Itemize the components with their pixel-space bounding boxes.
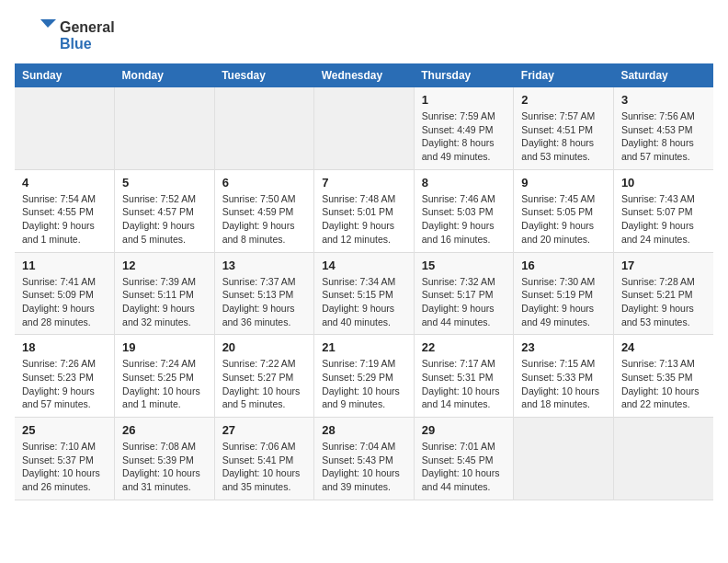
calendar-cell: 11Sunrise: 7:41 AMSunset: 5:09 PMDayligh…: [15, 252, 115, 335]
day-info: Sunrise: 7:50 AMSunset: 4:59 PMDaylight:…: [222, 192, 307, 247]
calendar-cell: 5Sunrise: 7:52 AMSunset: 4:57 PMDaylight…: [115, 169, 215, 252]
day-info: Sunrise: 7:45 AMSunset: 5:05 PMDaylight:…: [521, 192, 606, 247]
day-info: Sunrise: 7:04 AMSunset: 5:43 PMDaylight:…: [322, 440, 406, 494]
calendar-cell: 15Sunrise: 7:32 AMSunset: 5:17 PMDayligh…: [414, 252, 514, 335]
day-info: Sunrise: 7:30 AMSunset: 5:19 PMDaylight:…: [521, 275, 606, 329]
logo: GeneralBlue: [15, 15, 115, 56]
calendar-cell: 12Sunrise: 7:39 AMSunset: 5:11 PMDayligh…: [115, 252, 215, 335]
day-number: 9: [521, 176, 606, 190]
calendar-cell: 9Sunrise: 7:45 AMSunset: 5:05 PMDaylight…: [514, 169, 614, 252]
day-info: Sunrise: 7:52 AMSunset: 4:57 PMDaylight:…: [122, 192, 207, 247]
calendar-cell: 8Sunrise: 7:46 AMSunset: 5:03 PMDaylight…: [414, 169, 514, 252]
day-info: Sunrise: 7:19 AMSunset: 5:29 PMDaylight:…: [322, 357, 406, 411]
day-number: 26: [122, 423, 207, 437]
day-info: Sunrise: 7:28 AMSunset: 5:21 PMDaylight:…: [621, 275, 706, 329]
day-info: Sunrise: 7:01 AMSunset: 5:45 PMDaylight:…: [422, 440, 506, 494]
calendar-cell: [314, 87, 415, 169]
day-info: Sunrise: 7:26 AMSunset: 5:23 PMDaylight:…: [22, 357, 107, 411]
day-number: 11: [22, 259, 107, 272]
calendar-cell: 1Sunrise: 7:59 AMSunset: 4:49 PMDaylight…: [414, 87, 514, 169]
calendar-cell: 21Sunrise: 7:19 AMSunset: 5:29 PMDayligh…: [314, 335, 415, 418]
day-info: Sunrise: 7:13 AMSunset: 5:35 PMDaylight:…: [621, 357, 706, 411]
day-info: Sunrise: 7:34 AMSunset: 5:15 PMDaylight:…: [322, 275, 406, 329]
svg-marker-0: [40, 19, 56, 28]
day-info: Sunrise: 7:54 AMSunset: 4:55 PMDaylight:…: [22, 192, 107, 247]
day-info: Sunrise: 7:41 AMSunset: 5:09 PMDaylight:…: [22, 275, 107, 329]
day-number: 10: [621, 176, 706, 190]
day-number: 21: [322, 340, 406, 354]
day-info: Sunrise: 7:57 AMSunset: 4:51 PMDaylight:…: [521, 109, 606, 164]
calendar-cell: 10Sunrise: 7:43 AMSunset: 5:07 PMDayligh…: [613, 169, 713, 252]
day-number: 8: [422, 176, 506, 190]
calendar-cell: 22Sunrise: 7:17 AMSunset: 5:31 PMDayligh…: [414, 335, 514, 418]
calendar-cell: 27Sunrise: 7:06 AMSunset: 5:41 PMDayligh…: [214, 418, 314, 500]
day-number: 22: [422, 340, 506, 354]
header-wednesday: Wednesday: [314, 63, 415, 87]
day-number: 29: [422, 423, 506, 437]
header-sunday: Sunday: [15, 63, 115, 87]
day-number: 20: [222, 340, 307, 354]
day-info: Sunrise: 7:37 AMSunset: 5:13 PMDaylight:…: [222, 275, 307, 329]
calendar-header-row: SundayMondayTuesdayWednesdayThursdayFrid…: [15, 63, 713, 87]
day-number: 3: [621, 93, 706, 107]
calendar-table: SundayMondayTuesdayWednesdayThursdayFrid…: [15, 63, 713, 500]
day-number: 18: [22, 340, 107, 354]
day-info: Sunrise: 7:17 AMSunset: 5:31 PMDaylight:…: [422, 357, 506, 411]
calendar-cell: [214, 87, 314, 169]
day-number: 19: [122, 340, 207, 354]
day-info: Sunrise: 7:22 AMSunset: 5:27 PMDaylight:…: [222, 357, 307, 411]
header-thursday: Thursday: [414, 63, 514, 87]
day-number: 7: [322, 176, 406, 190]
calendar-cell: 20Sunrise: 7:22 AMSunset: 5:27 PMDayligh…: [214, 335, 314, 418]
day-number: 17: [621, 259, 706, 272]
calendar-cell: 28Sunrise: 7:04 AMSunset: 5:43 PMDayligh…: [314, 418, 415, 500]
calendar-cell: [15, 87, 115, 169]
header-monday: Monday: [115, 63, 215, 87]
day-info: Sunrise: 7:59 AMSunset: 4:49 PMDaylight:…: [422, 109, 506, 164]
day-number: 1: [422, 93, 506, 107]
header-friday: Friday: [514, 63, 614, 87]
day-info: Sunrise: 7:46 AMSunset: 5:03 PMDaylight:…: [422, 192, 506, 247]
calendar-cell: 14Sunrise: 7:34 AMSunset: 5:15 PMDayligh…: [314, 252, 415, 335]
calendar-cell: 18Sunrise: 7:26 AMSunset: 5:23 PMDayligh…: [15, 335, 115, 418]
day-number: 12: [122, 259, 207, 272]
day-number: 13: [222, 259, 307, 272]
calendar-cell: [613, 418, 713, 500]
calendar-week-2: 11Sunrise: 7:41 AMSunset: 5:09 PMDayligh…: [15, 252, 713, 335]
day-info: Sunrise: 7:06 AMSunset: 5:41 PMDaylight:…: [222, 440, 307, 494]
calendar-week-0: 1Sunrise: 7:59 AMSunset: 4:49 PMDaylight…: [15, 87, 713, 169]
calendar-cell: 29Sunrise: 7:01 AMSunset: 5:45 PMDayligh…: [414, 418, 514, 500]
day-number: 24: [621, 340, 706, 354]
calendar-week-4: 25Sunrise: 7:10 AMSunset: 5:37 PMDayligh…: [15, 418, 713, 500]
calendar-cell: 19Sunrise: 7:24 AMSunset: 5:25 PMDayligh…: [115, 335, 215, 418]
day-number: 27: [222, 423, 307, 437]
calendar-week-1: 4Sunrise: 7:54 AMSunset: 4:55 PMDaylight…: [15, 169, 713, 252]
calendar-cell: 3Sunrise: 7:56 AMSunset: 4:53 PMDaylight…: [613, 87, 713, 169]
day-info: Sunrise: 7:43 AMSunset: 5:07 PMDaylight:…: [621, 192, 706, 247]
day-info: Sunrise: 7:15 AMSunset: 5:33 PMDaylight:…: [521, 357, 606, 411]
day-info: Sunrise: 7:10 AMSunset: 5:37 PMDaylight:…: [22, 440, 107, 494]
day-number: 15: [422, 259, 506, 272]
logo-text: GeneralBlue: [60, 19, 115, 52]
day-number: 23: [521, 340, 606, 354]
day-number: 28: [322, 423, 406, 437]
day-number: 5: [122, 176, 207, 190]
calendar-cell: 25Sunrise: 7:10 AMSunset: 5:37 PMDayligh…: [15, 418, 115, 500]
calendar-cell: [115, 87, 215, 169]
header-saturday: Saturday: [613, 63, 713, 87]
calendar-cell: [514, 418, 614, 500]
day-info: Sunrise: 7:48 AMSunset: 5:01 PMDaylight:…: [322, 192, 406, 247]
header-tuesday: Tuesday: [214, 63, 314, 87]
calendar-cell: 7Sunrise: 7:48 AMSunset: 5:01 PMDaylight…: [314, 169, 415, 252]
day-number: 16: [521, 259, 606, 272]
day-info: Sunrise: 7:39 AMSunset: 5:11 PMDaylight:…: [122, 275, 207, 329]
day-number: 6: [222, 176, 307, 190]
day-info: Sunrise: 7:32 AMSunset: 5:17 PMDaylight:…: [422, 275, 506, 329]
day-info: Sunrise: 7:08 AMSunset: 5:39 PMDaylight:…: [122, 440, 207, 494]
calendar-cell: 13Sunrise: 7:37 AMSunset: 5:13 PMDayligh…: [214, 252, 314, 335]
calendar-cell: 24Sunrise: 7:13 AMSunset: 5:35 PMDayligh…: [613, 335, 713, 418]
calendar-cell: 6Sunrise: 7:50 AMSunset: 4:59 PMDaylight…: [214, 169, 314, 252]
calendar-cell: 4Sunrise: 7:54 AMSunset: 4:55 PMDaylight…: [15, 169, 115, 252]
calendar-cell: 2Sunrise: 7:57 AMSunset: 4:51 PMDaylight…: [514, 87, 614, 169]
day-number: 25: [22, 423, 107, 437]
